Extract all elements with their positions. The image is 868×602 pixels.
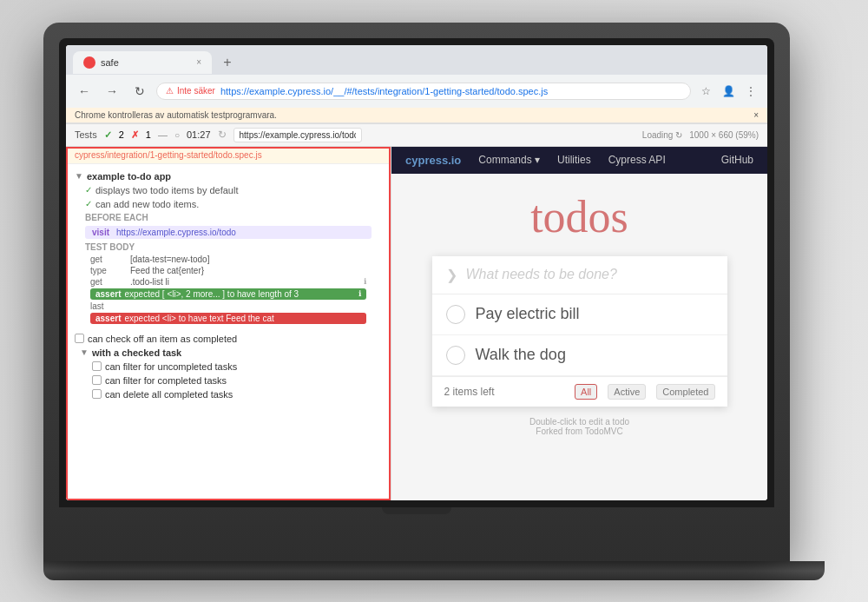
nested-suite-checked[interactable]: ▼ with a checked task (66, 346, 391, 360)
nav-utilities[interactable]: Utilities (557, 154, 591, 166)
visit-keyword: visit (92, 228, 109, 237)
tab-favicon (83, 56, 95, 69)
test-time: 01:27 (187, 129, 211, 140)
assert-red-text: expected <li> to have text Feed the cat (124, 314, 273, 323)
cmd-type-1: type (90, 266, 125, 275)
todo-item-text-2: Walk the dog (476, 346, 566, 364)
test-checkbox-3[interactable] (92, 375, 102, 385)
test-suite-header[interactable]: ▼ example to-do app (66, 169, 391, 183)
browser-tab[interactable]: safe × (73, 51, 212, 74)
test-delete-all[interactable]: can delete all completed tasks (66, 387, 391, 401)
cypress-nav: cypress.io Commands ▾ Utilities Cypress … (391, 147, 767, 174)
filter-active-btn[interactable]: Active (608, 384, 646, 400)
filter-all-btn[interactable]: All (575, 384, 597, 400)
address-bar[interactable]: ⚠ Inte säker https://example.cypress.io/… (156, 83, 691, 100)
main-content: cypress/integration/1-getting-started/to… (66, 147, 767, 500)
test-checked-off[interactable]: can check off an item as completed (66, 332, 391, 346)
test-item-2[interactable]: ✓ can add new todo items. (66, 197, 391, 211)
profile-icon[interactable]: 👤 (719, 82, 738, 101)
security-label: Inte säker (177, 86, 215, 96)
test-tree: ▼ example to-do app ✓ displays two todo … (66, 164, 391, 500)
test-uncompleted[interactable]: can filter for uncompleted tasks (66, 360, 391, 374)
tab-label: safe (101, 57, 119, 68)
cypress-toolbar: Tests ✓ 2 ✗ 1 — ○ 01:27 ↻ Loading ↻ 1000… (66, 124, 767, 147)
todo-item-row-2: Walk the dog (432, 335, 727, 376)
address-url: https://example.cypress.io/__/#/tests/in… (220, 86, 681, 96)
assert-green-label: assert (95, 289, 121, 299)
cmd-last: last (90, 301, 125, 311)
visit-command-block[interactable]: visit https://example.cypress.io/todo (85, 226, 372, 239)
dimension-indicator: 1000 × 660 (59%) (689, 130, 759, 140)
nav-commands[interactable]: Commands ▾ (478, 154, 540, 166)
assert-green-text: expected [ <li>, 2 more... ] to have len… (124, 289, 299, 299)
test-checkbox-2[interactable] (92, 361, 102, 371)
test-pass-icon-2: ✓ (85, 199, 92, 208)
fail-indicator: ✗ (131, 129, 139, 141)
todo-footer: 2 items left All Active Completed (432, 376, 727, 407)
todo-item-row-1: Pay electric bill (432, 294, 727, 335)
pass-indicator: ✓ (104, 129, 112, 141)
cmd-row-3: get .todo-list li ℹ (66, 276, 391, 288)
cypress-logo[interactable]: cypress.io (405, 154, 461, 167)
refresh-icon[interactable]: ↻ (218, 129, 227, 141)
test-label-2: can add new todo items. (95, 199, 199, 209)
test-completed[interactable]: can filter for completed tasks (66, 374, 391, 387)
cmd-arg-3: .todo-list li (130, 277, 169, 287)
cmd-get-2: get (90, 277, 125, 287)
todo-chevron-icon: ❯ (446, 267, 457, 283)
cy-url-input[interactable] (233, 128, 363, 142)
test-item-1[interactable]: ✓ displays two todo items by default (66, 183, 391, 197)
loading-indicator: Loading ↻ (642, 130, 682, 140)
tab-bar: safe × + (66, 45, 767, 75)
warning-close-btn[interactable]: × (753, 110, 759, 120)
back-btn[interactable]: ← (73, 80, 95, 103)
todo-input-area: ❯ What needs to be done? (432, 256, 727, 294)
left-panel: cypress/integration/1-getting-started/to… (66, 147, 391, 500)
cmd-row-2: type Feed the cat{enter} (66, 265, 391, 276)
cmd-row-last: last (66, 301, 391, 312)
tab-close-btn[interactable]: × (196, 57, 201, 67)
test-checkbox-4[interactable] (92, 389, 102, 399)
fail-count: 1 (146, 129, 151, 140)
suite-label: example to-do app (87, 171, 171, 182)
browser-right-icons: ☆ 👤 ⋮ (696, 82, 760, 101)
suite-collapse-icon: ▼ (75, 171, 83, 181)
todo-note: Double-click to edit a todo Forked from … (529, 417, 629, 436)
cmd-arg-1: [data-test=new-todo] (130, 255, 209, 264)
stop-icon[interactable]: ○ (174, 130, 180, 140)
todo-checkbox-2[interactable] (446, 346, 465, 365)
menu-icon[interactable]: ⋮ (741, 82, 760, 101)
security-icon: ⚠ (166, 86, 174, 96)
nav-cypress-api[interactable]: Cypress API (608, 154, 666, 166)
cmd-info-icon: ℹ (364, 277, 366, 286)
todo-checkbox-1[interactable] (446, 305, 465, 324)
test-body-label: TEST BODY (66, 241, 391, 254)
test-label-1: displays two todo items by default (95, 185, 238, 195)
nested-suite-icon: ▼ (80, 347, 89, 357)
right-panel: cypress.io Commands ▾ Utilities Cypress … (391, 147, 767, 500)
separator: — (158, 129, 168, 140)
new-tab-btn[interactable]: + (215, 50, 240, 75)
filter-completed-btn[interactable]: Completed (656, 384, 714, 400)
nav-github[interactable]: GitHub (721, 154, 753, 166)
assert-red-label: assert (95, 314, 121, 323)
security-warning-bar: Chrome kontrolleras av automatisk testpr… (66, 108, 767, 123)
cmd-row-1: get [data-test=new-todo] (66, 254, 391, 265)
tests-button[interactable]: Tests (75, 129, 97, 140)
test-checkbox-1[interactable] (75, 334, 84, 343)
assert-red-row: assert expected <li> to have text Feed t… (90, 313, 366, 324)
todo-container: ❯ What needs to be done? Pay electric bi… (432, 256, 727, 407)
file-path: cypress/integration/1-getting-started/to… (66, 147, 391, 164)
browser-chrome: safe × + ← → ↻ ⚠ Inte säker (66, 45, 767, 124)
cmd-arg-2: Feed the cat{enter} (130, 266, 204, 275)
assert-info-icon: ℹ (358, 289, 361, 298)
todo-input-placeholder[interactable]: What needs to be done? (466, 267, 617, 282)
forward-btn[interactable]: → (101, 80, 123, 103)
reload-btn[interactable]: ↻ (128, 80, 151, 103)
bookmark-icon[interactable]: ☆ (696, 82, 715, 101)
pass-count: 2 (119, 129, 124, 140)
test-pass-icon-1: ✓ (85, 185, 92, 195)
todo-title: todos (530, 191, 628, 242)
todo-item-text-1: Pay electric bill (476, 305, 580, 323)
todo-items-count: 2 items left (444, 386, 565, 398)
